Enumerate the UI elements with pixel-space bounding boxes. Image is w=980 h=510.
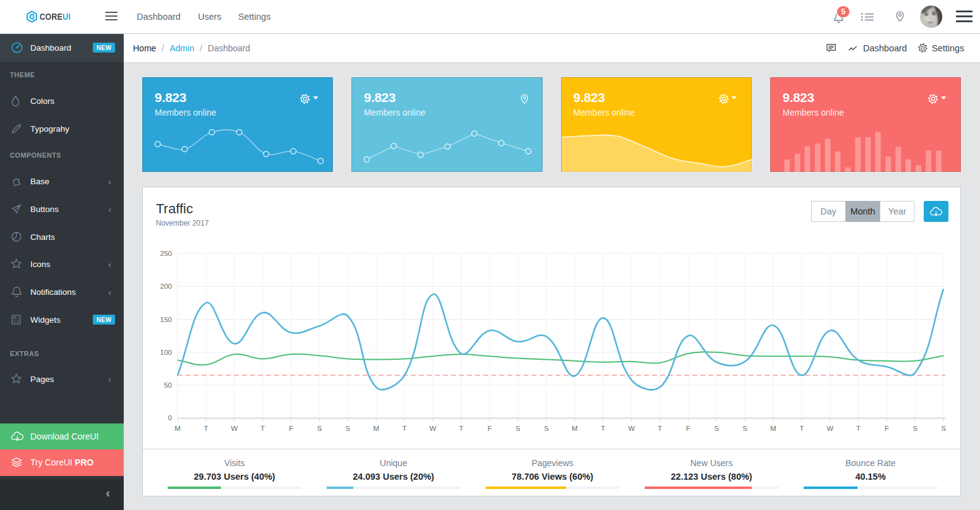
svg-text:W: W [827,425,833,432]
svg-text:S: S [317,425,322,432]
svg-text:M: M [373,425,379,432]
svg-text:S: S [941,425,946,432]
svg-text:F: F [885,425,889,432]
svg-text:T: T [459,425,463,432]
svg-text:S: S [345,425,350,432]
svg-text:W: W [628,425,635,432]
svg-text:W: W [231,425,238,432]
svg-text:F: F [686,425,690,432]
svg-text:T: T [658,425,662,432]
svg-text:S: S [913,425,918,432]
svg-text:100: 100 [160,349,172,356]
svg-text:200: 200 [160,283,172,290]
svg-text:T: T [856,425,861,432]
svg-text:W: W [429,425,436,432]
svg-text:S: S [742,425,747,432]
svg-text:T: T [260,425,265,432]
svg-text:M: M [572,425,578,432]
svg-text:F: F [289,425,293,432]
svg-text:150: 150 [160,316,172,323]
svg-text:0: 0 [168,414,172,422]
svg-text:M: M [174,425,181,432]
svg-text:50: 50 [164,381,172,389]
svg-text:F: F [488,425,492,432]
svg-text:T: T [204,425,208,432]
svg-text:S: S [714,425,719,432]
svg-text:T: T [799,425,804,432]
svg-text:T: T [402,425,406,432]
svg-text:M: M [770,425,776,432]
svg-text:250: 250 [160,250,172,257]
svg-text:S: S [515,425,520,432]
svg-text:T: T [601,425,605,432]
svg-text:S: S [544,425,549,432]
